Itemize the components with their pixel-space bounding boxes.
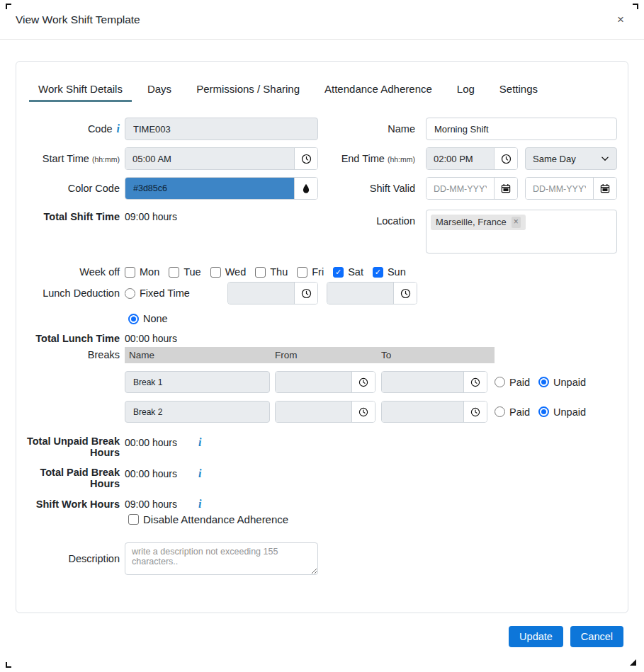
clock-icon[interactable] bbox=[463, 372, 487, 392]
total-paid-break-hours-label: Total Paid Break Hours bbox=[16, 467, 125, 489]
cancel-button[interactable]: Cancel bbox=[570, 626, 623, 647]
row-breaks: Breaks Name From To bbox=[16, 347, 628, 423]
break1-to-input[interactable] bbox=[382, 372, 463, 392]
sun-checkbox[interactable] bbox=[373, 267, 383, 278]
clock-icon[interactable] bbox=[351, 372, 375, 392]
break1-name-input[interactable] bbox=[125, 371, 270, 393]
end-time-input[interactable] bbox=[426, 148, 494, 169]
break1-from-group bbox=[275, 371, 375, 393]
weekoff-fri: Fri bbox=[297, 266, 324, 278]
row-color-shiftvalid: Color Code Shift Valid bbox=[16, 177, 628, 200]
color-code-input[interactable] bbox=[125, 178, 294, 199]
corner-mark bbox=[6, 4, 11, 9]
end-time-day-value: Same Day bbox=[533, 154, 576, 164]
clock-icon[interactable] bbox=[393, 283, 417, 304]
break-row-1: Paid Unpaid bbox=[125, 371, 586, 393]
tab-attendance-adherence[interactable]: Attendance Adherence bbox=[315, 79, 441, 102]
work-shift-details-panel: Work Shift Details Days Permissions / Sh… bbox=[16, 61, 628, 613]
total-unpaid-break-hours-label: Total Unpaid Break Hours bbox=[16, 435, 125, 458]
modal-title: View Work Shift Template bbox=[16, 13, 140, 26]
info-icon[interactable]: i bbox=[117, 123, 120, 135]
shift-valid-to-input[interactable] bbox=[526, 178, 593, 199]
clock-icon[interactable] bbox=[494, 148, 517, 169]
breaks-label: Breaks bbox=[16, 347, 125, 360]
info-icon[interactable]: i bbox=[198, 498, 201, 511]
break2-from-input[interactable] bbox=[276, 402, 351, 422]
tab-work-shift-details[interactable]: Work Shift Details bbox=[29, 79, 132, 102]
weekoff-thu: Thu bbox=[255, 266, 288, 278]
break1-unpaid-radio[interactable] bbox=[538, 377, 549, 387]
info-icon[interactable]: i bbox=[198, 467, 201, 480]
row-disable-adherence: Disable Attendance Adherence bbox=[16, 513, 628, 525]
row-week-off: Week off Mon Tue Wed Thu Fri Sat Sun bbox=[16, 266, 628, 278]
lunch-to-input[interactable] bbox=[327, 283, 393, 304]
calendar-icon[interactable] bbox=[593, 178, 616, 199]
lunch-deduction-label: Lunch Deduction bbox=[16, 287, 125, 299]
calendar-icon[interactable] bbox=[494, 178, 517, 199]
location-multiselect[interactable]: Marseille, France × bbox=[426, 210, 617, 254]
fri-checkbox[interactable] bbox=[297, 267, 307, 278]
break1-from-input[interactable] bbox=[276, 372, 351, 392]
break2-paid-radio[interactable] bbox=[495, 406, 505, 417]
break2-from-group bbox=[275, 401, 375, 423]
breaks-col-to: To bbox=[381, 350, 495, 360]
clock-icon[interactable] bbox=[294, 148, 317, 169]
description-label: Description bbox=[16, 553, 125, 564]
disable-adherence-checkbox[interactable] bbox=[128, 514, 139, 525]
row-start-end-time: Start Time (hh:mm) End Time (hh:mm) bbox=[16, 147, 628, 170]
color-picker-droplet-icon[interactable] bbox=[294, 178, 317, 199]
end-time-group bbox=[426, 147, 518, 170]
lunch-from-input[interactable] bbox=[228, 283, 294, 304]
row-total-lunch-time: Total Lunch Time 00:00 hours bbox=[16, 333, 628, 344]
shift-valid-from-input[interactable] bbox=[426, 178, 494, 199]
thu-checkbox[interactable] bbox=[255, 267, 266, 278]
shift-valid-to-group bbox=[525, 177, 617, 200]
wed-checkbox[interactable] bbox=[210, 267, 221, 278]
start-time-input[interactable] bbox=[125, 148, 294, 169]
break1-unpaid-option: Unpaid bbox=[538, 377, 586, 388]
none-radio[interactable] bbox=[128, 314, 139, 324]
remove-tag-icon[interactable]: × bbox=[512, 217, 521, 228]
modal-header: View Work Shift Template × bbox=[0, 0, 644, 40]
code-input[interactable] bbox=[125, 118, 318, 140]
tab-days[interactable]: Days bbox=[138, 79, 181, 102]
location-tag-text: Marseille, France bbox=[436, 217, 507, 227]
break1-paid-options: Paid Unpaid bbox=[495, 377, 586, 388]
row-description: Description bbox=[16, 542, 628, 575]
mon-checkbox[interactable] bbox=[125, 267, 135, 278]
tab-settings[interactable]: Settings bbox=[490, 79, 547, 102]
breaks-col-name: Name bbox=[125, 350, 275, 360]
break2-unpaid-radio[interactable] bbox=[538, 406, 549, 417]
tab-log[interactable]: Log bbox=[448, 79, 484, 102]
tab-bar: Work Shift Details Days Permissions / Sh… bbox=[29, 79, 628, 102]
update-button[interactable]: Update bbox=[509, 626, 563, 647]
end-time-day-select[interactable]: Same Day bbox=[525, 147, 617, 170]
lunch-from-group bbox=[227, 282, 318, 304]
lunch-to-group bbox=[327, 282, 417, 304]
clock-icon[interactable] bbox=[463, 402, 487, 422]
weekoff-sat: Sat bbox=[333, 266, 363, 278]
clock-icon[interactable] bbox=[351, 402, 375, 422]
sat-checkbox[interactable] bbox=[333, 267, 344, 278]
fixed-time-radio[interactable] bbox=[125, 288, 135, 299]
tab-permissions-sharing[interactable]: Permissions / Sharing bbox=[187, 79, 309, 102]
break2-unpaid-option: Unpaid bbox=[538, 406, 586, 418]
description-textarea[interactable] bbox=[125, 542, 318, 575]
location-label: Location bbox=[318, 210, 421, 227]
info-icon[interactable]: i bbox=[198, 436, 201, 449]
code-label: Codei bbox=[16, 123, 125, 135]
tue-checkbox[interactable] bbox=[169, 267, 179, 278]
location-tag: Marseille, France × bbox=[431, 215, 526, 230]
break2-to-input[interactable] bbox=[382, 402, 463, 422]
break2-name-input[interactable] bbox=[125, 401, 270, 423]
total-shift-time-label: Total Shift Time bbox=[16, 210, 125, 222]
breaks-table-header: Name From To bbox=[125, 347, 495, 363]
clock-icon[interactable] bbox=[294, 283, 317, 304]
total-unpaid-break-hours-value: 00:00 hours bbox=[125, 437, 177, 448]
close-icon[interactable]: × bbox=[614, 11, 627, 28]
break1-paid-radio[interactable] bbox=[495, 377, 505, 387]
name-input[interactable] bbox=[426, 118, 617, 140]
start-time-format-hint: (hh:mm) bbox=[92, 155, 120, 164]
row-totalshift-location: Total Shift Time 09:00 hours Location Ma… bbox=[16, 210, 628, 254]
resize-grip-icon bbox=[630, 659, 636, 666]
